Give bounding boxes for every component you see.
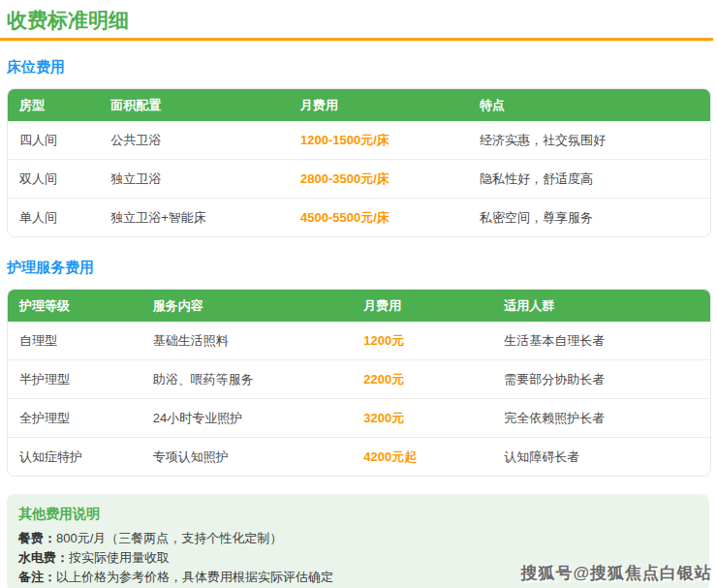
room-type-cell: 双人间	[8, 160, 99, 199]
room-type-cell: 四人间	[8, 121, 99, 160]
utility-fee-label: 水电费：	[18, 550, 69, 565]
column-header-target-group: 适用人群	[492, 290, 710, 322]
care-level-cell: 半护理型	[8, 360, 141, 399]
care-fees-table: 护理等级 服务内容 月费用 适用人群 自理型 基础生活照料 1200元 生活基本…	[7, 289, 711, 477]
room-feature-cell: 私密空间，尊享服务	[468, 199, 710, 237]
room-feature-cell: 隐私性好，舒适度高	[468, 160, 710, 199]
table-row: 全护理型 24小时专业照护 3200元 完全依赖照护长者	[8, 399, 710, 438]
other-fees-heading: 其他费用说明	[18, 507, 698, 521]
care-price-cell: 4200元起	[352, 438, 492, 477]
table-row: 四人间 公共卫浴 1200-1500元/床 经济实惠，社交氛围好	[8, 121, 710, 160]
care-audience-cell: 生活基本自理长者	[492, 322, 710, 360]
care-service-cell: 24小时专业照护	[141, 399, 353, 438]
column-header-care-level: 护理等级	[8, 290, 141, 322]
table-row: 半护理型 助浴、喂药等服务 2200元 需要部分协助长者	[8, 360, 710, 399]
meal-fee-text: 800元/月（三餐两点，支持个性化定制）	[56, 531, 282, 545]
care-fees-header-row: 护理等级 服务内容 月费用 适用人群	[8, 290, 710, 322]
room-config-cell: 独立卫浴+智能床	[99, 199, 289, 237]
care-price-cell: 1200元	[352, 322, 492, 360]
care-price-cell: 2200元	[352, 360, 492, 399]
sohu-watermark: 搜狐号@搜狐焦点白银站	[520, 562, 712, 584]
utility-fee-text: 按实际使用量收取	[69, 550, 170, 565]
table-row: 单人间 独立卫浴+智能床 4500-5500元/床 私密空间，尊享服务	[8, 199, 710, 237]
care-level-cell: 自理型	[8, 322, 141, 360]
title-divider	[0, 38, 713, 41]
column-header-room-config: 面积配置	[99, 89, 289, 121]
table-row: 认知症特护 专项认知照护 4200元起 认知障碍长者	[8, 438, 710, 477]
remark-label: 备注：	[18, 570, 56, 584]
column-header-monthly-fee: 月费用	[352, 290, 492, 322]
table-row: 双人间 独立卫浴 2800-3500元/床 隐私性好，舒适度高	[8, 160, 710, 199]
care-service-cell: 基础生活照料	[141, 322, 353, 360]
remark-text: 以上价格为参考价格，具体费用根据实际评估确定	[56, 570, 333, 584]
column-header-room-type: 房型	[8, 89, 99, 121]
care-audience-cell: 认知障碍长者	[492, 438, 710, 477]
care-audience-cell: 完全依赖照护长者	[492, 399, 710, 438]
care-service-cell: 专项认知照护	[141, 438, 353, 477]
care-audience-cell: 需要部分协助长者	[492, 360, 710, 399]
care-price-cell: 3200元	[352, 399, 492, 438]
care-service-cell: 助浴、喂药等服务	[141, 360, 353, 399]
meal-fee-label: 餐费：	[18, 531, 56, 545]
room-type-cell: 单人间	[8, 199, 99, 237]
meal-fee-line: 餐费：800元/月（三餐两点，支持个性化定制）	[18, 529, 698, 548]
column-header-features: 特点	[468, 89, 710, 121]
bed-fees-table: 房型 面积配置 月费用 特点 四人间 公共卫浴 1200-1500元/床 经济实…	[7, 88, 711, 237]
column-header-monthly-fee: 月费用	[289, 89, 468, 121]
room-price-cell: 1200-1500元/床	[289, 121, 468, 160]
room-price-cell: 4500-5500元/床	[289, 199, 468, 237]
care-level-cell: 认知症特护	[8, 438, 141, 477]
room-feature-cell: 经济实惠，社交氛围好	[468, 121, 710, 160]
table-row: 自理型 基础生活照料 1200元 生活基本自理长者	[8, 322, 710, 360]
column-header-service-content: 服务内容	[141, 290, 353, 322]
care-level-cell: 全护理型	[8, 399, 141, 438]
bed-fees-header-row: 房型 面积配置 月费用 特点	[8, 89, 710, 121]
room-config-cell: 独立卫浴	[99, 160, 289, 199]
page-title: 收费标准明细	[7, 8, 709, 32]
section-heading-bed-fees: 床位费用	[7, 59, 709, 74]
room-config-cell: 公共卫浴	[99, 121, 289, 160]
room-price-cell: 2800-3500元/床	[289, 160, 468, 199]
fee-schedule-page: 收费标准明细 床位费用 房型 面积配置 月费用 特点 四人间 公共卫浴 1200…	[0, 0, 717, 588]
section-heading-care-fees: 护理服务费用	[7, 260, 709, 274]
